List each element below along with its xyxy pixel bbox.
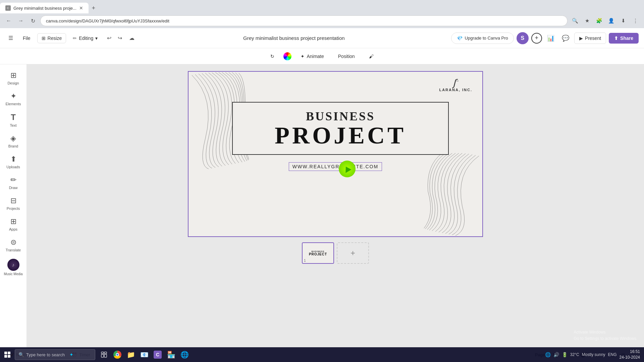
chevron-down-icon: ▾ (95, 36, 98, 41)
paint-btn[interactable]: 🖌 (364, 51, 379, 61)
taskbar-canva[interactable]: C (152, 349, 164, 361)
taskview-btn[interactable] (98, 349, 110, 361)
extensions-btn[interactable]: 🧩 (594, 16, 604, 25)
taskbar-explorer[interactable]: 📁 (125, 349, 137, 361)
sidebar-item-music-media[interactable]: ♪ Music Media (0, 256, 27, 279)
doc-title: Grey minimalist business project present… (243, 35, 345, 41)
downloads-btn[interactable]: ⬇ (619, 16, 628, 25)
refresh-icon: ↻ (270, 54, 274, 59)
browser-tab[interactable]: C Grey minimalist business proje... ✕ (0, 3, 89, 13)
file-btn[interactable]: File (19, 34, 35, 43)
battery-icon[interactable]: 🔋 (562, 352, 568, 357)
start-btn[interactable] (0, 347, 15, 362)
sidebar-label-projects: Projects (7, 206, 20, 210)
svg-rect-3 (8, 355, 10, 358)
upgrade-label: Upgrade to Canva Pro (465, 36, 508, 41)
left-sidebar: ⊞ Design ✦ Elements T Text ◈ Brand ⬆ Upl… (0, 64, 27, 347)
sidebar-item-projects[interactable]: ⊟ Projects (0, 194, 26, 213)
editing-label: Editing (79, 36, 93, 41)
taskbar-windows-store[interactable]: 🏪 (165, 349, 177, 361)
share-icon: ⬆ (614, 36, 618, 41)
tab-close-btn[interactable]: ✕ (79, 5, 83, 11)
add-slide-btn[interactable]: + (337, 242, 369, 264)
refresh-btn[interactable]: ↻ (28, 16, 38, 25)
sidebar-item-uploads[interactable]: ⬆ Uploads (0, 152, 26, 172)
network-icon[interactable]: 🌐 (545, 352, 551, 357)
sidebar-label-translate: Translate (6, 248, 21, 252)
brand-icon: ◈ (10, 134, 16, 143)
clock-time: 16:51 (620, 349, 640, 355)
sidebar-item-elements[interactable]: ✦ Elements (0, 89, 26, 109)
resize-icon: ⊞ (42, 36, 46, 41)
user-avatar[interactable]: S (517, 32, 529, 44)
comments-btn[interactable]: 💬 (559, 32, 572, 44)
sidebar-item-draw[interactable]: ✏ Draw (0, 173, 26, 192)
back-btn[interactable]: ← (4, 16, 13, 25)
address-bar[interactable]: canva.com/design/DAGUXr7jhM0/qfwxol6fjpU… (40, 15, 568, 26)
analytics-btn[interactable]: 📊 (545, 32, 557, 44)
canvas-frame[interactable]: ʃ~ LARANA, INC. BUSINESS PROJECT WWW.REA… (188, 71, 483, 237)
forward-btn[interactable]: → (16, 16, 25, 25)
cloud-save-btn[interactable]: ☁ (127, 34, 137, 43)
sidebar-item-apps[interactable]: ⊞ Apps (0, 215, 26, 234)
refresh-element-btn[interactable]: ↻ (265, 51, 279, 61)
slide-thumb-1[interactable]: BUSINESS PROJECT 1 (302, 242, 334, 264)
taskbar-search[interactable]: 🔍 Type here to search ✦ (15, 349, 95, 360)
color-wheel-btn[interactable] (283, 52, 291, 60)
logo-area: ʃ~ LARANA, INC. (439, 78, 472, 92)
url-text: canva.com/design/DAGUXr7jhM0/qfwxol6fjpU… (46, 18, 169, 23)
sidebar-item-text[interactable]: T Text (0, 110, 26, 130)
animate-label: Animate (307, 54, 324, 59)
new-tab-btn[interactable]: + (89, 3, 99, 13)
url-box[interactable]: WWW.REALLYGREATSITE.COM (289, 162, 382, 171)
draw-icon: ✏ (10, 176, 16, 184)
sidebar-label-uploads: Uploads (6, 165, 20, 169)
volume-icon[interactable]: 🔊 (553, 352, 559, 357)
canvas-area: ʃ~ LARANA, INC. BUSINESS PROJECT WWW.REA… (27, 64, 644, 347)
zoom-btn[interactable]: 🔍 (570, 16, 580, 25)
slide-content: ʃ~ LARANA, INC. BUSINESS PROJECT WWW.REA… (189, 72, 482, 236)
share-btn[interactable]: ⬆ Share (609, 33, 639, 44)
resize-btn[interactable]: ⊞ Resize (37, 33, 66, 43)
position-label: Position (338, 54, 355, 59)
taskbar-clock[interactable]: 16:51 24-10-2024 (620, 349, 640, 360)
lang-label: ENG (608, 352, 617, 357)
profile-btn[interactable]: 👤 (606, 16, 616, 25)
settings-btn[interactable]: ⋮ (631, 16, 640, 25)
sidebar-item-design[interactable]: ⊞ Design (0, 68, 26, 88)
present-btn[interactable]: ▶ Present (574, 33, 606, 44)
tab-favicon: C (5, 5, 11, 11)
taskbar-edge[interactable]: 🌐 (178, 349, 191, 361)
green-circle-indicator (339, 161, 356, 177)
taskbar-chrome[interactable] (111, 349, 123, 361)
elements-icon: ✦ (10, 92, 16, 101)
hamburger-btn[interactable]: ☰ (5, 33, 16, 44)
taskbar-mail[interactable]: 📧 (138, 349, 150, 361)
sidebar-item-translate[interactable]: ⊜ Translate (0, 235, 26, 255)
weather-desc: Mostly sunny (582, 352, 605, 357)
business-text: BUSINESS (239, 109, 441, 123)
music-circle-icon: ♪ (7, 259, 19, 271)
diamond-icon: 💎 (457, 36, 463, 41)
animate-btn[interactable]: ✦ Animate (296, 51, 329, 61)
redo-btn[interactable]: ↪ (115, 34, 124, 43)
main-text-box[interactable]: BUSINESS PROJECT (232, 102, 449, 155)
upgrade-btn[interactable]: 💎 Upgrade to Canva Pro (451, 33, 514, 44)
bookmark-star-btn[interactable]: ★ (582, 16, 592, 25)
position-btn[interactable]: Position (333, 51, 360, 61)
editing-btn[interactable]: ✏ Editing ▾ (69, 34, 102, 43)
paint-icon: 🖌 (369, 54, 374, 59)
sidebar-item-brand[interactable]: ◈ Brand (0, 131, 26, 151)
slide-thumb-num: 1 (304, 259, 306, 262)
svg-rect-1 (8, 352, 10, 354)
undo-btn[interactable]: ↩ (104, 34, 114, 43)
svg-rect-6 (101, 354, 104, 357)
projects-icon: ⊟ (10, 196, 16, 205)
animate-icon: ✦ (301, 54, 305, 59)
canvas-wrapper: ʃ~ LARANA, INC. BUSINESS PROJECT WWW.REA… (188, 71, 483, 237)
sidebar-label-apps: Apps (9, 227, 17, 231)
present-label: Present (585, 36, 601, 41)
svg-rect-7 (104, 354, 107, 357)
add-btn[interactable]: + (531, 33, 542, 44)
taskbar: 🔍 Type here to search ✦ 📁 📧 C � (0, 347, 644, 362)
